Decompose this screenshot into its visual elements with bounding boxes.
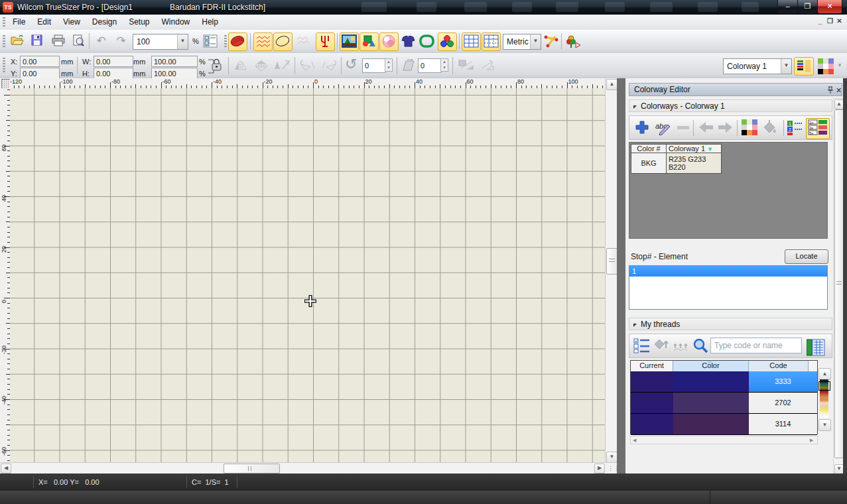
thread-code-cell[interactable]: 3333 (749, 371, 817, 392)
delete-colorway-button[interactable] (673, 118, 693, 138)
print-button[interactable] (49, 32, 67, 50)
rotate-left-45-icon[interactable] (298, 59, 317, 74)
mirror-vertical-icon[interactable] (253, 59, 271, 74)
y-input[interactable] (20, 68, 60, 79)
panel-scroll-thumb[interactable] (834, 109, 844, 458)
show-grid-button[interactable] (462, 32, 481, 51)
thread-table[interactable]: Current Color Code ▽ 333327023114 (630, 360, 818, 434)
colorways-section-header[interactable]: Colorways - Colorway 1 (629, 99, 832, 112)
menu-help[interactable]: Help (196, 15, 224, 30)
thread-color-swatch[interactable] (673, 371, 749, 392)
scale-w-input[interactable] (151, 56, 198, 67)
view-needle-points-button[interactable] (294, 32, 312, 50)
toolbar-grip[interactable] (3, 58, 5, 74)
scroll-up-arrow[interactable]: ▲ (834, 99, 844, 109)
ruler-origin-button[interactable] (1, 79, 11, 89)
close-button[interactable]: ✕ (817, 0, 842, 14)
proportional-lock-icon[interactable] (207, 56, 222, 79)
show-hoop-button[interactable] (418, 32, 436, 50)
scroll-down-arrow[interactable]: ▼ (834, 464, 844, 474)
pin-icon[interactable] (826, 86, 834, 94)
menu-design[interactable]: Design (86, 15, 123, 30)
scroll-right-arrow[interactable]: ▶ (594, 464, 605, 473)
measure-button[interactable] (543, 32, 560, 50)
skew-input[interactable] (418, 58, 442, 73)
scroll-left-arrow[interactable]: ◀ (1, 464, 11, 473)
stop-list-item[interactable]: 1 (629, 266, 827, 277)
show-rulers-guides-button[interactable] (482, 32, 501, 51)
undo-button[interactable]: ↶ (92, 32, 110, 50)
thread-code-cell[interactable]: 3114 (749, 414, 817, 434)
zoom-combobox[interactable]: 100▼ (133, 34, 188, 50)
assign-all-threads-button[interactable] (672, 336, 692, 356)
machine-functions-button[interactable] (316, 32, 335, 51)
mdi-minimize-icon[interactable]: _ (816, 17, 824, 26)
show-garment-button[interactable] (399, 32, 417, 50)
restore-button[interactable]: ❐ (797, 0, 818, 14)
menu-file[interactable]: File (7, 15, 31, 30)
mdi-restore-icon[interactable]: ❐ (826, 17, 834, 26)
skew-icon[interactable] (401, 59, 417, 74)
mirror-horizontal-icon[interactable] (233, 59, 251, 74)
colorway-table-col2-header[interactable]: Colorway 1 ▼ (667, 145, 722, 153)
view-artistic-button[interactable] (228, 32, 247, 51)
canvas-vertical-scrollbar[interactable]: ▲ ▼ (605, 78, 617, 462)
colorway-table[interactable]: Color # Colorway 1 ▼ BKG R235 G233 B220 (631, 144, 722, 174)
panel-vertical-scrollbar[interactable]: ▲ ▼ (833, 98, 844, 473)
horizontal-scroll-thumb[interactable] (224, 464, 280, 473)
menu-setup[interactable]: Setup (123, 15, 155, 30)
canvas-horizontal-scrollbar[interactable]: ◀ ▶ ⋮⋮ (0, 462, 617, 473)
thread-strip-scrollbar[interactable]: ▲ ▼ (818, 368, 831, 430)
view-by-stop-button[interactable]: 12 (786, 118, 806, 138)
stitch-count-icon[interactable] (458, 59, 475, 74)
horizontal-ruler[interactable]: -120-100-80-60-40-20020406080100 (10, 78, 605, 89)
design-canvas[interactable] (10, 88, 605, 462)
add-colorway-button[interactable] (632, 118, 652, 138)
vertical-scroll-thumb[interactable] (606, 248, 618, 275)
scroll-down-arrow[interactable]: ▼ (606, 452, 618, 463)
open-button[interactable] (8, 32, 26, 50)
assign-thread-button[interactable] (652, 336, 672, 356)
thread-table-hscrollbar[interactable]: ◀ ▶ (630, 436, 818, 444)
units-combobox[interactable]: Metric▼ (503, 34, 541, 50)
panel-close-icon[interactable]: ✕ (836, 84, 842, 96)
view-by-color-button[interactable]: 1x3x5x (806, 118, 830, 139)
x-input[interactable] (20, 56, 60, 67)
view-outlines-button[interactable] (273, 32, 293, 51)
stop-element-list[interactable]: 1 (629, 265, 828, 310)
redo-button[interactable]: ↷ (112, 32, 130, 50)
thread-search-input[interactable] (710, 338, 802, 353)
next-colorway-button[interactable] (716, 118, 736, 138)
rename-colorway-button[interactable]: abc (653, 118, 673, 138)
w-input[interactable] (94, 56, 133, 67)
mirror-merge-icon[interactable] (273, 59, 291, 74)
show-appliques-button[interactable] (379, 32, 399, 51)
toolbar-grip[interactable] (3, 35, 5, 48)
mdi-close-icon[interactable]: ✕ (835, 17, 844, 26)
edit-colors-button[interactable] (740, 118, 759, 138)
strip-up-arrow[interactable]: ▲ (818, 368, 831, 380)
colorway-table-col1-header[interactable]: Color # (631, 145, 667, 153)
menu-window[interactable]: Window (156, 15, 196, 30)
thread-color-swatch[interactable] (673, 393, 749, 413)
thread-colors-button[interactable] (438, 32, 457, 51)
toolbar-grip[interactable] (224, 35, 227, 48)
minimize-button[interactable]: – (777, 0, 798, 14)
search-icon[interactable] (690, 336, 710, 356)
thread-code-cell[interactable]: 2702 (749, 393, 817, 413)
menu-edit[interactable]: Edit (31, 15, 57, 30)
rotate-by-icon[interactable]: ↺ (345, 56, 357, 73)
scroll-right-arrow[interactable]: ▶ (810, 438, 813, 443)
chevron-down-icon[interactable]: ▼ (530, 34, 541, 49)
thread-col-code[interactable]: Code (749, 361, 809, 371)
locate-button[interactable]: Locate (785, 249, 828, 264)
show-bitmap-button[interactable] (340, 32, 359, 51)
bkg-row-value[interactable]: R235 G233 B220 (667, 153, 722, 174)
chevron-down-icon[interactable]: ▼ (781, 59, 791, 74)
panel-splitter[interactable] (617, 78, 625, 473)
show-vectors-button[interactable] (359, 32, 379, 51)
thread-chart-list-button[interactable] (806, 337, 826, 357)
scale-h-input[interactable] (151, 68, 198, 79)
rotate-input[interactable] (362, 58, 386, 73)
print-preview-button[interactable] (69, 32, 87, 50)
